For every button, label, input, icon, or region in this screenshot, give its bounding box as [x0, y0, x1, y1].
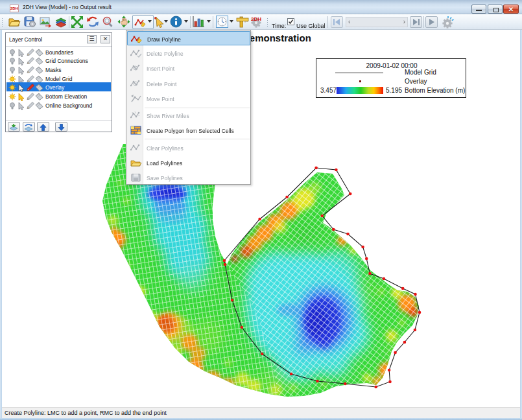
- svg-text:2DH: 2DH: [251, 16, 261, 22]
